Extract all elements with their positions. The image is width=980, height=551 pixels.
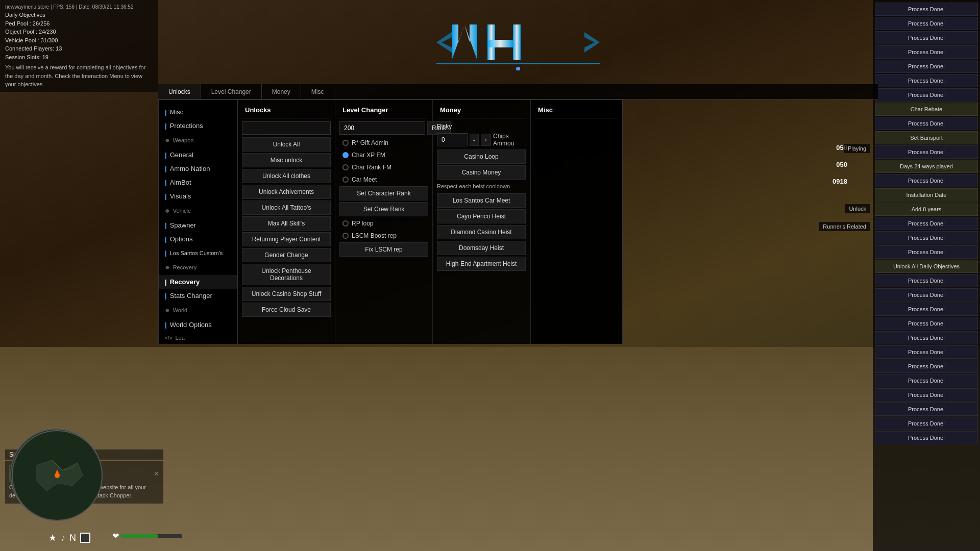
set-character-rank-btn[interactable]: Set Character Rank [339,186,428,201]
tab-money[interactable]: Money [262,84,301,99]
radio-dot-gift-admin [342,140,349,146]
pipe-icon: | [165,321,167,329]
sidebar-item-visuals[interactable]: | Visuals [159,189,237,203]
rank-input[interactable] [339,121,425,135]
radio-gift-admin[interactable]: R* Gift Admin [339,137,428,148]
pipe-icon: | [165,292,167,299]
sidebar-item-general[interactable]: | General [159,148,237,162]
process-done-24[interactable]: Process Done! [875,417,978,430]
sidebar-label-visuals: Visuals [170,192,191,200]
process-done-20[interactable]: Process Done! [875,360,978,373]
char-rebate-item[interactable]: Char Rebate [875,103,978,116]
process-done-12[interactable]: Process Done! [875,231,978,244]
process-done-11[interactable]: Process Done! [875,217,978,230]
unlock-daily-objectives-item[interactable]: Unlock All Daily Objectives [875,260,978,273]
process-done-16[interactable]: Process Done! [875,303,978,316]
radio-rp-loop[interactable]: RP loop [339,218,428,229]
process-done-17[interactable]: Process Done! [875,317,978,330]
pipe-icon: | [165,235,167,243]
process-done-13[interactable]: Process Done! [875,245,978,259]
sidebar-item-lsc[interactable]: | Los Santos Custom's [159,246,237,260]
unlock-penthouse-decorations-btn[interactable]: Unlock Penthouse Decorations [242,264,331,285]
process-done-23[interactable]: Process Done! [875,403,978,416]
ground [0,347,980,551]
process-done-18[interactable]: Process Done! [875,331,978,344]
process-done-6[interactable]: Process Done! [875,74,978,87]
sidebar-item-options[interactable]: | Options [159,232,237,246]
process-done-14[interactable]: Process Done! [875,274,978,287]
misc-right-panel: Misc [530,100,622,344]
chips-plus-btn[interactable]: + [481,134,491,146]
sidebar-item-spawner[interactable]: | Spawner [159,218,237,232]
radio-lscm-boost[interactable]: LSCM Boost rep [339,230,428,241]
process-done-8[interactable]: Process Done! [875,117,978,130]
los-santos-car-meet-btn[interactable]: Los Santos Car Meet [437,193,526,208]
days-played-item[interactable]: Days 24 ways played [875,160,978,173]
installation-date-item[interactable]: Installation Date [875,188,978,202]
high-end-apartment-heist-btn[interactable]: High-End Apartment Heist [437,257,526,271]
process-done-2[interactable]: Process Done! [875,17,978,30]
daily-objectives-text: You will receive a reward for completing… [5,63,153,89]
unlock-achievements-btn[interactable]: Unlock Achivements [242,185,331,199]
casino-loop-btn[interactable]: Casino Loop [437,149,526,164]
process-done-22[interactable]: Process Done! [875,388,978,402]
process-done-19[interactable]: Process Done! [875,345,978,359]
unlocks-search[interactable] [242,121,331,135]
misc-unlock-btn[interactable]: Misc unlock [242,153,331,167]
logo-area [158,0,878,84]
sidebar-item-world-options[interactable]: | World Options [159,318,237,332]
doomsday-heist-btn[interactable]: Doomsday Heist [437,241,526,255]
chips-minus-btn[interactable]: - [470,134,479,146]
returning-player-content-btn[interactable]: Returning Player Content [242,232,331,246]
unlock-all-btn[interactable]: Unlock All [242,137,331,152]
hud-bars: ❤ [112,531,182,541]
process-done-9[interactable]: Process Done! [875,145,978,159]
radio-car-meet[interactable]: Car Meet [339,174,428,185]
process-done-15[interactable]: Process Done! [875,288,978,302]
process-done-5[interactable]: Process Done! [875,60,978,73]
gender-change-btn[interactable]: Gender Change [242,248,331,262]
playing-label: Playing [844,144,870,153]
fix-lscm-rep-btn[interactable]: Fix LSCM rep [339,242,428,257]
process-done-4[interactable]: Process Done! [875,45,978,59]
set-crew-rank-btn[interactable]: Set Crew Rank [339,202,428,216]
process-done-21[interactable]: Process Done! [875,374,978,387]
radio-dot-char-xp-fm [342,152,349,158]
diamond-casino-heist-btn[interactable]: Diamond Casino Heist [437,225,526,239]
tab-bar: Unlocks Level Changer Money Misc [158,84,878,99]
unlock-casino-shop-btn[interactable]: Unlock Casino Shop Stuff [242,287,331,301]
sidebar-item-stats-changer[interactable]: | Stats Changer [159,289,237,303]
sidebar-item-lua-header: </> Lua [159,332,237,344]
process-done-10[interactable]: Process Done! [875,174,978,187]
tab-unlocks[interactable]: Unlocks [158,84,201,99]
radio-dot-rp-loop [342,220,349,227]
chips-input[interactable] [437,133,468,146]
force-cloud-save-btn[interactable]: Force Cloud Save [242,303,331,317]
process-done-25[interactable]: Process Done! [875,431,978,444]
cayo-perico-heist-btn[interactable]: Cayo Perico Heist [437,209,526,223]
sidebar-item-ammo-nation[interactable]: | Ammo Nation [159,162,237,176]
sidebar-item-protections[interactable]: | Protections [159,119,237,133]
unlock-all-tattoos-btn[interactable]: Unlock All Tattoo's [242,201,331,215]
process-done-7[interactable]: Process Done! [875,88,978,102]
rank-input-row: Rank [339,121,428,135]
set-bansport-item[interactable]: Set Bansport [875,131,978,144]
dot-icon: ● [165,206,170,215]
sidebar-item-misc[interactable]: | Misc [159,105,237,119]
process-done-1[interactable]: Process Done! [875,3,978,16]
radio-char-rank-fm[interactable]: Char Rank FM [339,162,428,173]
radio-char-xp-fm[interactable]: Char XP FM [339,149,428,161]
tab-misc[interactable]: Misc [301,84,335,99]
process-done-3[interactable]: Process Done! [875,31,978,44]
sidebar: | Misc | Protections ● Weapon | General … [159,100,238,344]
sidebar-item-recovery[interactable]: | Recovery [159,275,237,289]
unlock-all-clothes-btn[interactable]: Unlock All clothes [242,169,331,183]
max-all-skills-btn[interactable]: Max All Skill's [242,216,331,231]
right-panel: Process Done! Process Done! Process Done… [873,0,980,551]
map-toggle-icon[interactable] [80,533,90,543]
tab-level-changer[interactable]: Level Changer [201,84,262,99]
warstock-close-icon[interactable]: ✕ [154,470,159,478]
sidebar-item-aimbot[interactable]: | AimBot [159,176,237,189]
add-8-years-item[interactable]: Add 8 years [875,203,978,216]
casino-money-btn[interactable]: Casino Money [437,165,526,180]
